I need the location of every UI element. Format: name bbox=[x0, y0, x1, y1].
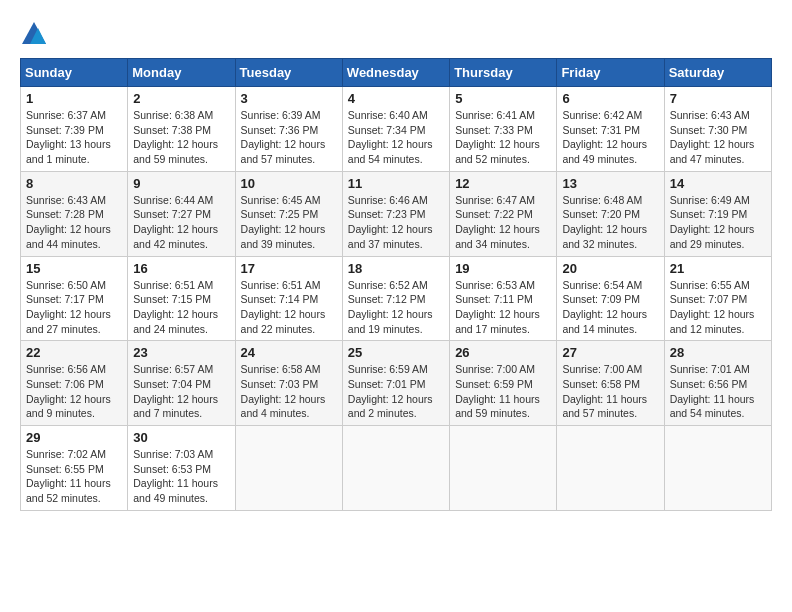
day-number: 12 bbox=[455, 176, 551, 191]
day-info: Sunrise: 6:44 AMSunset: 7:27 PMDaylight:… bbox=[133, 193, 229, 252]
day-info: Sunrise: 6:58 AMSunset: 7:03 PMDaylight:… bbox=[241, 362, 337, 421]
calendar: SundayMondayTuesdayWednesdayThursdayFrid… bbox=[20, 58, 772, 511]
week-row-3: 15Sunrise: 6:50 AMSunset: 7:17 PMDayligh… bbox=[21, 256, 772, 341]
day-info: Sunrise: 6:38 AMSunset: 7:38 PMDaylight:… bbox=[133, 108, 229, 167]
calendar-cell: 7Sunrise: 6:43 AMSunset: 7:30 PMDaylight… bbox=[664, 87, 771, 172]
calendar-cell: 21Sunrise: 6:55 AMSunset: 7:07 PMDayligh… bbox=[664, 256, 771, 341]
calendar-cell: 13Sunrise: 6:48 AMSunset: 7:20 PMDayligh… bbox=[557, 171, 664, 256]
calendar-cell: 1Sunrise: 6:37 AMSunset: 7:39 PMDaylight… bbox=[21, 87, 128, 172]
calendar-cell: 16Sunrise: 6:51 AMSunset: 7:15 PMDayligh… bbox=[128, 256, 235, 341]
col-header-monday: Monday bbox=[128, 59, 235, 87]
week-row-5: 29Sunrise: 7:02 AMSunset: 6:55 PMDayligh… bbox=[21, 426, 772, 511]
day-info: Sunrise: 6:42 AMSunset: 7:31 PMDaylight:… bbox=[562, 108, 658, 167]
day-info: Sunrise: 6:37 AMSunset: 7:39 PMDaylight:… bbox=[26, 108, 122, 167]
day-info: Sunrise: 6:46 AMSunset: 7:23 PMDaylight:… bbox=[348, 193, 444, 252]
day-info: Sunrise: 7:00 AMSunset: 6:58 PMDaylight:… bbox=[562, 362, 658, 421]
day-info: Sunrise: 6:47 AMSunset: 7:22 PMDaylight:… bbox=[455, 193, 551, 252]
calendar-cell: 3Sunrise: 6:39 AMSunset: 7:36 PMDaylight… bbox=[235, 87, 342, 172]
day-number: 9 bbox=[133, 176, 229, 191]
day-number: 8 bbox=[26, 176, 122, 191]
day-info: Sunrise: 6:59 AMSunset: 7:01 PMDaylight:… bbox=[348, 362, 444, 421]
calendar-cell: 17Sunrise: 6:51 AMSunset: 7:14 PMDayligh… bbox=[235, 256, 342, 341]
logo-icon bbox=[20, 20, 48, 48]
day-info: Sunrise: 6:41 AMSunset: 7:33 PMDaylight:… bbox=[455, 108, 551, 167]
day-info: Sunrise: 6:48 AMSunset: 7:20 PMDaylight:… bbox=[562, 193, 658, 252]
day-info: Sunrise: 7:02 AMSunset: 6:55 PMDaylight:… bbox=[26, 447, 122, 506]
day-number: 24 bbox=[241, 345, 337, 360]
calendar-cell: 19Sunrise: 6:53 AMSunset: 7:11 PMDayligh… bbox=[450, 256, 557, 341]
day-info: Sunrise: 6:55 AMSunset: 7:07 PMDaylight:… bbox=[670, 278, 766, 337]
calendar-header-row: SundayMondayTuesdayWednesdayThursdayFrid… bbox=[21, 59, 772, 87]
week-row-4: 22Sunrise: 6:56 AMSunset: 7:06 PMDayligh… bbox=[21, 341, 772, 426]
day-number: 13 bbox=[562, 176, 658, 191]
day-info: Sunrise: 6:43 AMSunset: 7:28 PMDaylight:… bbox=[26, 193, 122, 252]
col-header-friday: Friday bbox=[557, 59, 664, 87]
day-number: 3 bbox=[241, 91, 337, 106]
calendar-cell: 24Sunrise: 6:58 AMSunset: 7:03 PMDayligh… bbox=[235, 341, 342, 426]
day-info: Sunrise: 7:01 AMSunset: 6:56 PMDaylight:… bbox=[670, 362, 766, 421]
calendar-cell: 20Sunrise: 6:54 AMSunset: 7:09 PMDayligh… bbox=[557, 256, 664, 341]
week-row-1: 1Sunrise: 6:37 AMSunset: 7:39 PMDaylight… bbox=[21, 87, 772, 172]
day-number: 20 bbox=[562, 261, 658, 276]
day-number: 26 bbox=[455, 345, 551, 360]
col-header-saturday: Saturday bbox=[664, 59, 771, 87]
day-number: 2 bbox=[133, 91, 229, 106]
calendar-cell: 9Sunrise: 6:44 AMSunset: 7:27 PMDaylight… bbox=[128, 171, 235, 256]
day-info: Sunrise: 6:57 AMSunset: 7:04 PMDaylight:… bbox=[133, 362, 229, 421]
day-info: Sunrise: 6:52 AMSunset: 7:12 PMDaylight:… bbox=[348, 278, 444, 337]
day-number: 14 bbox=[670, 176, 766, 191]
col-header-thursday: Thursday bbox=[450, 59, 557, 87]
day-info: Sunrise: 6:39 AMSunset: 7:36 PMDaylight:… bbox=[241, 108, 337, 167]
day-number: 23 bbox=[133, 345, 229, 360]
logo bbox=[20, 20, 52, 48]
day-info: Sunrise: 6:43 AMSunset: 7:30 PMDaylight:… bbox=[670, 108, 766, 167]
calendar-cell: 4Sunrise: 6:40 AMSunset: 7:34 PMDaylight… bbox=[342, 87, 449, 172]
day-number: 17 bbox=[241, 261, 337, 276]
day-info: Sunrise: 6:49 AMSunset: 7:19 PMDaylight:… bbox=[670, 193, 766, 252]
calendar-cell: 22Sunrise: 6:56 AMSunset: 7:06 PMDayligh… bbox=[21, 341, 128, 426]
col-header-sunday: Sunday bbox=[21, 59, 128, 87]
day-number: 4 bbox=[348, 91, 444, 106]
day-number: 15 bbox=[26, 261, 122, 276]
header bbox=[20, 20, 772, 48]
calendar-cell bbox=[664, 426, 771, 511]
calendar-cell: 10Sunrise: 6:45 AMSunset: 7:25 PMDayligh… bbox=[235, 171, 342, 256]
day-info: Sunrise: 6:50 AMSunset: 7:17 PMDaylight:… bbox=[26, 278, 122, 337]
day-info: Sunrise: 6:53 AMSunset: 7:11 PMDaylight:… bbox=[455, 278, 551, 337]
calendar-cell: 30Sunrise: 7:03 AMSunset: 6:53 PMDayligh… bbox=[128, 426, 235, 511]
calendar-cell: 12Sunrise: 6:47 AMSunset: 7:22 PMDayligh… bbox=[450, 171, 557, 256]
day-info: Sunrise: 6:51 AMSunset: 7:14 PMDaylight:… bbox=[241, 278, 337, 337]
calendar-cell: 5Sunrise: 6:41 AMSunset: 7:33 PMDaylight… bbox=[450, 87, 557, 172]
calendar-cell bbox=[342, 426, 449, 511]
col-header-wednesday: Wednesday bbox=[342, 59, 449, 87]
calendar-cell: 29Sunrise: 7:02 AMSunset: 6:55 PMDayligh… bbox=[21, 426, 128, 511]
day-number: 28 bbox=[670, 345, 766, 360]
calendar-cell: 18Sunrise: 6:52 AMSunset: 7:12 PMDayligh… bbox=[342, 256, 449, 341]
day-info: Sunrise: 6:45 AMSunset: 7:25 PMDaylight:… bbox=[241, 193, 337, 252]
day-number: 27 bbox=[562, 345, 658, 360]
day-number: 22 bbox=[26, 345, 122, 360]
calendar-cell: 14Sunrise: 6:49 AMSunset: 7:19 PMDayligh… bbox=[664, 171, 771, 256]
col-header-tuesday: Tuesday bbox=[235, 59, 342, 87]
day-number: 7 bbox=[670, 91, 766, 106]
calendar-cell bbox=[235, 426, 342, 511]
day-number: 30 bbox=[133, 430, 229, 445]
calendar-cell: 15Sunrise: 6:50 AMSunset: 7:17 PMDayligh… bbox=[21, 256, 128, 341]
day-info: Sunrise: 6:56 AMSunset: 7:06 PMDaylight:… bbox=[26, 362, 122, 421]
calendar-cell: 8Sunrise: 6:43 AMSunset: 7:28 PMDaylight… bbox=[21, 171, 128, 256]
day-number: 16 bbox=[133, 261, 229, 276]
day-number: 21 bbox=[670, 261, 766, 276]
day-info: Sunrise: 7:03 AMSunset: 6:53 PMDaylight:… bbox=[133, 447, 229, 506]
calendar-cell: 11Sunrise: 6:46 AMSunset: 7:23 PMDayligh… bbox=[342, 171, 449, 256]
day-number: 6 bbox=[562, 91, 658, 106]
day-info: Sunrise: 6:40 AMSunset: 7:34 PMDaylight:… bbox=[348, 108, 444, 167]
calendar-cell: 23Sunrise: 6:57 AMSunset: 7:04 PMDayligh… bbox=[128, 341, 235, 426]
calendar-cell: 26Sunrise: 7:00 AMSunset: 6:59 PMDayligh… bbox=[450, 341, 557, 426]
calendar-cell: 2Sunrise: 6:38 AMSunset: 7:38 PMDaylight… bbox=[128, 87, 235, 172]
week-row-2: 8Sunrise: 6:43 AMSunset: 7:28 PMDaylight… bbox=[21, 171, 772, 256]
day-number: 19 bbox=[455, 261, 551, 276]
day-number: 1 bbox=[26, 91, 122, 106]
day-info: Sunrise: 7:00 AMSunset: 6:59 PMDaylight:… bbox=[455, 362, 551, 421]
calendar-cell bbox=[450, 426, 557, 511]
calendar-cell: 27Sunrise: 7:00 AMSunset: 6:58 PMDayligh… bbox=[557, 341, 664, 426]
